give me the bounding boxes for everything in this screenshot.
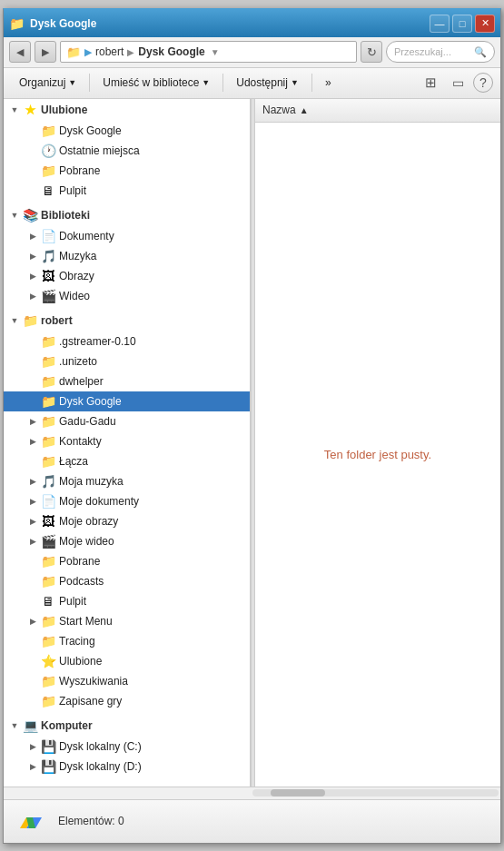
minimize-button[interactable]: — [430,15,450,33]
moje-wideo-expand[interactable]: ▶ [25,534,40,549]
titlebar-folder-icon: 📁 [9,16,25,31]
more-button[interactable]: » [317,71,340,94]
path-dropdown-arrow[interactable]: ▼ [211,47,220,57]
music-icon: 🎵 [41,249,56,263]
umiec-button[interactable]: Umieść w bibliotece ▼ [94,71,218,94]
dokumenty-expand[interactable]: ▶ [25,229,40,243]
folder-plain-icon-3: 📁 [41,374,56,389]
folder-download-icon: 📁 [40,163,56,178]
tracing-folder-icon: 📁 [41,634,56,648]
sidebar-item-moja-muzyka[interactable]: ▶ 🎵 Moja muzyka [4,471,250,491]
video-folder-plain: 🎬 [41,534,56,549]
sidebar-item-moje-wideo[interactable]: ▶ 🎬 Moje wideo [4,531,250,551]
obrazy-expand[interactable]: ▶ [25,269,40,283]
dysk-google-fav-label: Dysk Google [59,124,122,137]
address-path[interactable]: 📁 ▶ robert ▶ Dysk Google ▼ [60,41,357,63]
sidebar-item-wideo[interactable]: ▶ 🎬 Wideo [4,286,250,306]
sidebar-item-pulpit-fav[interactable]: 🖥 Pulpit [4,181,250,201]
sidebar-item-pobrane2[interactable]: 📁 Pobrane [4,551,250,571]
toolbar-separator-3 [311,74,312,92]
dysk-c-expand[interactable]: ▶ [25,739,40,754]
image-icon: 🖼 [42,269,54,283]
sidebar-item-gstreamer[interactable]: 📁 .gstreamer-0.10 [4,331,250,351]
address-robert[interactable]: robert [95,45,124,58]
column-header-name[interactable]: Nazwa ▲ [255,99,500,123]
sidebar-item-obrazy[interactable]: ▶ 🖼 Obrazy [4,266,250,286]
forward-button[interactable]: ▶ [35,41,56,63]
sidebar-item-dokumenty[interactable]: ▶ 📄 Dokumenty [4,226,250,246]
muzyka-expand[interactable]: ▶ [25,249,40,263]
start-menu-expand[interactable]: ▶ [25,614,40,628]
drive-d-icon: 💾 [40,759,56,774]
hscroll-right[interactable] [251,789,500,797]
sidebar-item-dwhelper[interactable]: 📁 dwhelper [4,371,250,391]
hscroll-track[interactable] [252,789,499,797]
items-count: Elementów: 0 [58,815,124,827]
organizuj-button[interactable]: Organizuj ▼ [11,71,84,94]
sidebar-item-dysk-c[interactable]: ▶ 💾 Dysk lokalny (C:) [4,737,250,757]
dysk-d-expand[interactable]: ▶ [25,759,40,774]
udostepnij-button[interactable]: Udostępnij ▼ [228,71,307,94]
sidebar-item-moje-obrazy[interactable]: ▶ 🖼 Moje obrazy [4,511,250,531]
sidebar-item-wyszukiwania[interactable]: 📁 Wyszukiwania [4,671,250,691]
pulpit2-label: Pulpit [59,595,86,608]
sidebar-item-gadu-gadu[interactable]: ▶ 📁 Gadu-Gadu [4,411,250,431]
search-box[interactable]: Przeszukaj... 🔍 [386,41,495,63]
folder-tracing-icon: 📁 [40,634,56,648]
folder-pulpit2-icon: 🖥 [40,594,56,609]
moja-muzyka-expand[interactable]: ▶ [25,474,40,489]
section-biblioteki[interactable]: ▼ 📚 Biblioteki [4,204,250,226]
sidebar-item-tracing[interactable]: 📁 Tracing [4,631,250,651]
help-button[interactable]: ? [473,73,493,93]
refresh-button[interactable]: ↻ [361,41,382,63]
sidebar-item-dysk-d[interactable]: ▶ 💾 Dysk lokalny (D:) [4,757,250,777]
kontakty-label: Kontakty [59,435,102,448]
moje-wideo-label: Moje wideo [59,535,114,548]
sidebar-item-lacza[interactable]: 📁 Łącza [4,451,250,471]
section-ulubione[interactable]: ▼ ★ Ulubione [4,99,250,121]
sidebar-item-pulpit2[interactable]: 🖥 Pulpit [4,591,250,611]
harddrive-d-icon: 💾 [41,759,56,774]
horizontal-scrollbar[interactable] [4,787,500,799]
harddrive-icon: 💾 [41,739,56,754]
back-button[interactable]: ◀ [9,41,31,63]
no-expand [25,334,40,349]
kontakty-expand[interactable]: ▶ [25,434,40,449]
view-details-button[interactable]: ⊞ [419,72,442,94]
no-expand [25,674,40,688]
sidebar-item-ulubione2[interactable]: ⭐ Ulubione [4,651,250,671]
moje-obrazy-expand[interactable]: ▶ [25,514,40,529]
view-pane-button[interactable]: ▭ [446,72,469,94]
sidebar-item-unizeto[interactable]: 📁 .unizeto [4,351,250,371]
sidebar-item-podcasts[interactable]: 📁 Podcasts [4,571,250,591]
hscroll-thumb[interactable] [271,789,325,797]
titlebar-controls: — □ ✕ [430,15,495,33]
maximize-button[interactable]: □ [452,15,472,33]
gadu-gadu-label: Gadu-Gadu [59,415,116,428]
sidebar-item-moje-dokumenty[interactable]: ▶ 📄 Moje dokumenty [4,491,250,511]
sidebar-item-dysk-google-fav[interactable]: 📁 Dysk Google [4,121,250,141]
sidebar-item-muzyka[interactable]: ▶ 🎵 Muzyka [4,246,250,266]
sidebar-item-start-menu[interactable]: ▶ 📁 Start Menu [4,611,250,631]
sidebar-item-dysk-google[interactable]: 📁 Dysk Google [4,391,250,411]
ulubione2-label: Ulubione [59,655,102,668]
folder-lacza-plain: 📁 [41,454,56,469]
biblioteki-expand: ▼ [7,208,22,223]
unizeto-label: .unizeto [59,355,97,368]
sidebar-item-pobrane[interactable]: 📁 Pobrane [4,161,250,181]
moje-dokumenty-expand[interactable]: ▶ [25,494,40,509]
toolbar-right: ⊞ ▭ ? [419,72,493,94]
gadu-gadu-expand[interactable]: ▶ [25,414,40,429]
section-robert[interactable]: ▼ 📁 robert [4,310,250,331]
section-komputer[interactable]: ▼ 💻 Komputer [4,715,250,737]
main-content: ▼ ★ Ulubione 📁 Dysk Google 🕐 Ostatnie [4,99,500,787]
address-current[interactable]: Dysk Google [138,45,204,58]
sidebar-item-zapisane-gry[interactable]: 📁 Zapisane gry [4,691,250,711]
umiec-label: Umieść w bibliotece [103,76,199,89]
wideo-expand[interactable]: ▶ [25,289,40,303]
sidebar-item-kontakty[interactable]: ▶ 📁 Kontakty [4,431,250,451]
close-button[interactable]: ✕ [475,15,495,33]
dysk-c-label: Dysk lokalny (C:) [59,740,142,753]
lacza-label: Łącza [59,455,88,468]
sidebar-item-ostatnie[interactable]: 🕐 Ostatnie miejsca [4,141,250,161]
